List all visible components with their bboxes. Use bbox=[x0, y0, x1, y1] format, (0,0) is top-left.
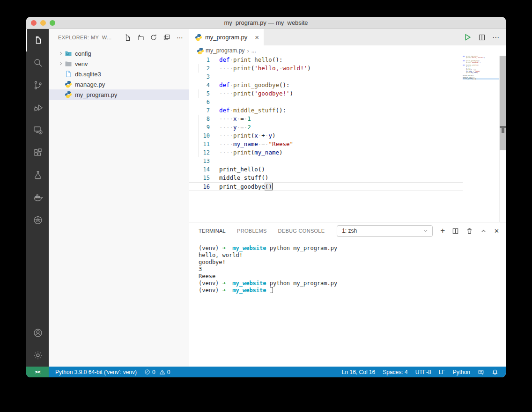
tree-item-config[interactable]: config bbox=[49, 48, 189, 59]
panel-tab-debug-console[interactable]: DEBUG CONSOLE bbox=[278, 222, 325, 239]
new-folder-icon[interactable] bbox=[135, 32, 146, 43]
split-editor-icon[interactable] bbox=[478, 34, 486, 41]
breadcrumb-file[interactable]: my_program.py bbox=[206, 47, 244, 54]
chevron-down-icon bbox=[423, 228, 429, 234]
tree-item-db.sqlite3[interactable]: db.sqlite3 bbox=[49, 69, 189, 79]
activity-docker-icon[interactable] bbox=[26, 186, 49, 209]
indentation-status[interactable]: Spaces: 4 bbox=[379, 369, 411, 375]
terminal-panel: TERMINAL PROBLEMS DEBUG CONSOLE 1: zsh + bbox=[189, 222, 506, 367]
code-line[interactable]: 4def·print_goodbye(): bbox=[189, 81, 463, 89]
tab-close-icon[interactable]: × bbox=[255, 34, 259, 41]
explorer-title: EXPLORER: MY_W... bbox=[58, 35, 111, 40]
line-number: 2 bbox=[189, 64, 210, 73]
breadcrumb-python-icon bbox=[197, 47, 203, 54]
python-icon bbox=[65, 91, 72, 98]
tree-item-my_program.py[interactable]: my_program.py bbox=[49, 89, 189, 100]
code-line-text: ····my_name·=·"Reese" bbox=[210, 140, 293, 148]
new-file-icon[interactable] bbox=[122, 32, 133, 43]
tree-item-label: db.sqlite3 bbox=[75, 71, 101, 78]
code-line[interactable]: 3 bbox=[189, 73, 463, 81]
chevron-right-icon[interactable] bbox=[57, 50, 65, 57]
notifications-bell-icon[interactable] bbox=[488, 369, 502, 375]
minimap[interactable]: def print_hello(): print('hello, world!'… bbox=[463, 56, 499, 222]
tab-my-program[interactable]: my_program.py × bbox=[189, 29, 264, 45]
window-title: my_program.py — my_website bbox=[26, 19, 506, 26]
twistie-placeholder bbox=[57, 81, 65, 88]
code-line[interactable]: 16print_goodbye() bbox=[189, 182, 463, 191]
line-number: 10 bbox=[189, 132, 210, 140]
encoding-status[interactable]: UTF-8 bbox=[412, 369, 435, 375]
file-tree: configvenvdb.sqlite3manage.pymy_program.… bbox=[49, 45, 189, 100]
eol-status[interactable]: LF bbox=[435, 369, 449, 375]
feedback-icon[interactable] bbox=[474, 369, 488, 375]
activity-account-icon[interactable] bbox=[26, 322, 49, 344]
activity-settings-icon[interactable] bbox=[26, 344, 49, 367]
breadcrumb[interactable]: my_program.py › ... bbox=[189, 45, 506, 56]
close-panel-icon[interactable]: ✕ bbox=[494, 228, 499, 235]
file-icon bbox=[65, 70, 72, 78]
run-python-file-icon[interactable] bbox=[464, 33, 472, 41]
terminal-shell-select[interactable]: 1: zsh bbox=[337, 225, 433, 237]
code-line[interactable]: 10····print(x·+·y) bbox=[189, 132, 463, 140]
code-line[interactable]: 6 bbox=[189, 98, 463, 106]
problems-status[interactable]: 0 0 bbox=[140, 367, 174, 377]
code-line[interactable]: 1def·print_hello(): bbox=[189, 56, 463, 64]
activity-kubernetes-icon[interactable] bbox=[26, 209, 49, 231]
refresh-icon[interactable] bbox=[148, 32, 159, 43]
code-line[interactable]: 5····print('goodbye!') bbox=[189, 89, 463, 98]
overview-cursor-mark-stub bbox=[502, 128, 504, 133]
code-editor[interactable]: 1def·print_hello():2····print('hello,·wo… bbox=[189, 56, 506, 222]
title-bar: my_program.py — my_website bbox=[26, 17, 506, 29]
code-line[interactable]: 13 bbox=[189, 157, 463, 165]
activity-remote-explorer-icon[interactable] bbox=[26, 119, 49, 141]
code-line[interactable]: 15middle_stuff() bbox=[189, 174, 463, 182]
terminal-line: (venv) ➜ my_website python my_program.py bbox=[199, 245, 506, 252]
breadcrumb-symbol[interactable]: ... bbox=[251, 47, 256, 54]
code-line[interactable]: 12····print(my_name) bbox=[189, 148, 463, 157]
activity-extensions-icon[interactable] bbox=[26, 141, 49, 164]
indent-guide bbox=[199, 132, 199, 140]
panel-tab-problems[interactable]: PROBLEMS bbox=[237, 222, 267, 239]
tree-item-venv[interactable]: venv bbox=[49, 59, 189, 69]
code-line-text: ····print('goodbye!') bbox=[210, 89, 293, 98]
code-line[interactable]: 14print_hello() bbox=[189, 165, 463, 174]
activity-run-debug-icon[interactable] bbox=[26, 96, 49, 119]
code-line[interactable]: 8····x·=·1 bbox=[189, 115, 463, 123]
new-terminal-icon[interactable]: + bbox=[440, 226, 445, 235]
line-number: 4 bbox=[189, 81, 210, 89]
scrollbar-thumb[interactable] bbox=[500, 56, 506, 150]
activity-testing-icon[interactable] bbox=[26, 164, 49, 186]
activity-source-control-icon[interactable] bbox=[26, 74, 49, 96]
line-number: 1 bbox=[189, 56, 210, 64]
tree-item-manage.py[interactable]: manage.py bbox=[49, 79, 189, 89]
code-line-text: print_goodbye() bbox=[210, 183, 273, 191]
terminal-output[interactable]: (venv) ➜ my_website python my_program.py… bbox=[189, 239, 506, 367]
code-line[interactable]: 11····my_name·=·"Reese" bbox=[189, 140, 463, 148]
editor-more-actions-icon[interactable]: ⋯ bbox=[492, 33, 499, 42]
warnings-icon bbox=[159, 369, 165, 375]
activity-explorer-icon[interactable] bbox=[26, 29, 49, 52]
collapse-all-icon[interactable] bbox=[162, 32, 172, 43]
code-line[interactable]: 9····y·=·2 bbox=[189, 123, 463, 132]
line-number: 11 bbox=[189, 140, 210, 148]
cursor-position-status[interactable]: Ln 16, Col 16 bbox=[338, 369, 379, 375]
remote-indicator[interactable]: >< bbox=[26, 367, 49, 377]
python-interpreter-status[interactable]: Python 3.9.0 64-bit ('venv': venv) bbox=[49, 367, 140, 377]
panel-tab-terminal[interactable]: TERMINAL bbox=[199, 222, 226, 239]
line-number: 15 bbox=[189, 174, 210, 182]
code-line[interactable]: 7def·middle_stuff(): bbox=[189, 106, 463, 115]
code-line-text: def·print_hello(): bbox=[210, 56, 282, 64]
tree-item-label: manage.py bbox=[75, 81, 105, 88]
split-terminal-icon[interactable] bbox=[452, 228, 459, 235]
explorer-more-actions-icon[interactable]: ⋯ bbox=[175, 32, 185, 43]
kill-terminal-icon[interactable] bbox=[466, 228, 473, 235]
folder-config-icon bbox=[65, 50, 72, 57]
editor-scrollbar bbox=[499, 56, 506, 222]
activity-search-icon[interactable] bbox=[26, 52, 49, 74]
twistie-placeholder bbox=[57, 70, 65, 78]
chevron-right-icon[interactable] bbox=[57, 60, 65, 67]
language-mode-status[interactable]: Python bbox=[449, 369, 474, 375]
tree-item-label: config bbox=[75, 50, 91, 57]
maximize-panel-icon[interactable] bbox=[480, 228, 487, 235]
code-line[interactable]: 2····print('hello,·world!') bbox=[189, 64, 463, 73]
